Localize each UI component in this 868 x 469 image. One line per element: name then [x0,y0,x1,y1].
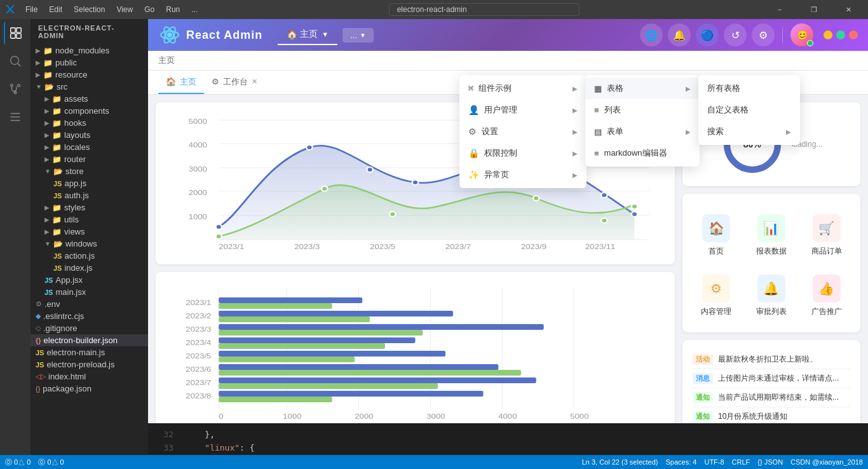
sidebar-item-node-modules[interactable]: ▶ 📁 node_modules [31,44,148,57]
sidebar-item-main-jsx[interactable]: JS main.jsx [31,286,148,298]
sidebar-item-resource[interactable]: ▶ 📁 resource [31,69,148,81]
header-globe-icon[interactable]: 🌐 [640,24,663,46]
quick-nav-home[interactable]: 🏠 首页 [693,209,740,262]
header-bell-icon[interactable]: 🔔 [668,24,691,46]
title-search-area [208,3,760,16]
quick-nav-approval-label: 审批列表 [756,306,787,317]
svg-point-37 [216,234,222,239]
sidebar-item-index-html[interactable]: ◁▷ index.html [31,370,148,383]
minimize-button[interactable]: − [765,0,794,19]
submenu-markdown[interactable]: ≡ markdown编辑器 [585,142,700,164]
notif-item-1: 消息 上传图片尚未通过审核，详情请点... [693,369,850,388]
menu-view[interactable]: View [111,4,138,15]
sub-menu-table: ▦ 表格 ▶ ≡ 列表 ▤ 表单 ▶ [585,75,700,167]
menu-go[interactable]: Go [139,4,159,15]
header-refresh-icon[interactable]: ↺ [724,24,747,46]
svg-text:2023/7: 2023/7 [186,379,211,387]
sidebar-item-action-js[interactable]: JS action.js [31,250,148,262]
submenu-form[interactable]: ▤ 表单 ▶ [585,121,700,142]
breadcrumb: 主页 [148,51,868,71]
sidebar-item-env[interactable]: ⚙ .env [31,298,148,310]
menu-more[interactable]: ... [186,4,203,15]
activity-extensions[interactable] [4,105,27,128]
svg-rect-73 [219,357,355,362]
menu-bar[interactable]: File Edit Selection View Go Run ... [20,4,203,15]
sidebar-item-src[interactable]: ▼ 📂 src [31,81,148,93]
svg-text:2023/7: 2023/7 [445,243,471,251]
sidebar-item-locales[interactable]: ▶ 📁 locales [31,141,148,153]
right-panel: 80% loading... 🏠 首页 [682,102,860,455]
menu-file[interactable]: File [20,4,43,15]
app-maximize-btn[interactable] [836,31,845,39]
dropdown-item-exceptions[interactable]: ✨ 异常页 ▶ [459,164,587,186]
submenu-table[interactable]: ▦ 表格 ▶ [585,78,700,99]
dropdown-item-settings[interactable]: ⚙ 设置 ▶ [459,121,587,142]
sidebar-item-styles[interactable]: ▶ 📁 styles [31,201,148,214]
sidebar-item-auth-js[interactable]: JS auth.js [31,189,148,201]
sidebar-item-components[interactable]: ▶ 📁 components [31,105,148,117]
sub-sub-custom-tables[interactable]: 自定义表格 [698,99,800,121]
submenu-list[interactable]: ≡ 列表 [585,99,700,121]
dropdown-item-components[interactable]: ⌘ 组件示例 ▶ [459,78,587,99]
header-settings-icon[interactable]: ⚙ [752,24,775,46]
sidebar-item-electron-main-js[interactable]: JS electron-main.js [31,346,148,358]
sidebar-item-utils[interactable]: ▶ 📁 utils [31,214,148,226]
sidebar-item-layouts[interactable]: ▶ 📁 layouts [31,129,148,141]
restore-button[interactable]: ❐ [799,0,829,19]
title-bar: File Edit Selection View Go Run ... − ❐ … [0,0,868,19]
quick-nav-ads[interactable]: 👍 广告推广 [803,269,850,322]
quick-nav-content[interactable]: ⚙ 内容管理 [693,269,740,322]
sidebar-item-app-js[interactable]: JS app.js [31,177,148,189]
status-encoding: UTF-8 [704,458,724,466]
sidebar-item-app-jsx[interactable]: JS App.jsx [31,274,148,286]
dropdown-item-permissions[interactable]: 🔒 权限控制 ▶ [459,142,587,164]
sidebar-item-package-json[interactable]: {} package.json [31,383,148,395]
nav-home[interactable]: 🏠 主页 ▼ [278,25,337,45]
menu-run[interactable]: Run [161,4,185,15]
page-tab-workbench[interactable]: ⚙ 工作台 ✕ [204,71,265,94]
sidebar-item-views[interactable]: ▶ 📁 views [31,226,148,238]
dropdown-item-users[interactable]: 👤 用户管理 ▶ [459,99,587,121]
quick-nav-approval[interactable]: 🔔 审批列表 [748,269,796,322]
header-avatar[interactable]: 😊 [790,24,813,46]
activity-source-control[interactable] [4,78,27,100]
page-tab-home[interactable]: 🏠 主页 [158,71,204,94]
sidebar-item-assets[interactable]: ▶ 📁 assets [31,93,148,105]
status-warnings: ⓪ 0△ 0 [38,458,64,467]
svg-point-42 [601,218,607,223]
sidebar-item-index-js[interactable]: JS index.js [31,262,148,274]
activity-explorer[interactable] [4,22,27,44]
app-close-btn[interactable] [849,31,858,39]
close-window-button[interactable]: ✕ [834,0,863,19]
svg-point-38 [322,186,328,191]
svg-text:2023/5: 2023/5 [370,243,395,251]
app-title: React Admin [186,29,262,42]
activity-search[interactable] [4,50,27,72]
quick-nav-orders[interactable]: 🛒 商品订单 [803,209,850,262]
sidebar-item-hooks[interactable]: ▶ 📁 hooks [31,117,148,129]
sidebar-item-electron-builder-json[interactable]: {} electron-builder.json [31,334,148,346]
menu-selection[interactable]: Selection [69,4,110,15]
sub-sub-search[interactable]: 搜索 ▶ [698,121,800,142]
svg-rect-0 [11,28,15,32]
svg-point-43 [632,204,638,209]
menu-edit[interactable]: Edit [44,4,67,15]
sub-sub-all-tables[interactable]: 所有表格 [698,78,800,99]
title-search-input[interactable] [389,3,580,16]
sidebar-item-public[interactable]: ▶ 📁 public [31,57,148,69]
app-minimize-btn[interactable] [824,31,832,39]
page-tab-workbench-close[interactable]: ✕ [252,78,257,86]
nav-more-dropdown[interactable]: ... ▼ [342,28,374,43]
svg-rect-1 [17,28,21,32]
components-icon: ⌘ [468,83,473,93]
quick-nav-reports[interactable]: 📊 报表数据 [748,209,796,262]
approval-icon: 🔔 [757,275,785,302]
sidebar-item-windows[interactable]: ▼ 📂 windows [31,238,148,250]
header-theme-icon[interactable]: 🔵 [696,24,719,46]
sidebar-item-electron-preload-js[interactable]: JS electron-preload.js [31,358,148,370]
exceptions-arrow: ▶ [573,172,578,179]
sidebar-item-store[interactable]: ▼ 📂 store [31,165,148,177]
sidebar-item-eslintrc[interactable]: ◆ .eslintrc.cjs [31,310,148,322]
sidebar-item-router[interactable]: ▶ 📁 router [31,153,148,165]
sidebar-item-gitignore[interactable]: ◇ .gitignore [31,322,148,334]
